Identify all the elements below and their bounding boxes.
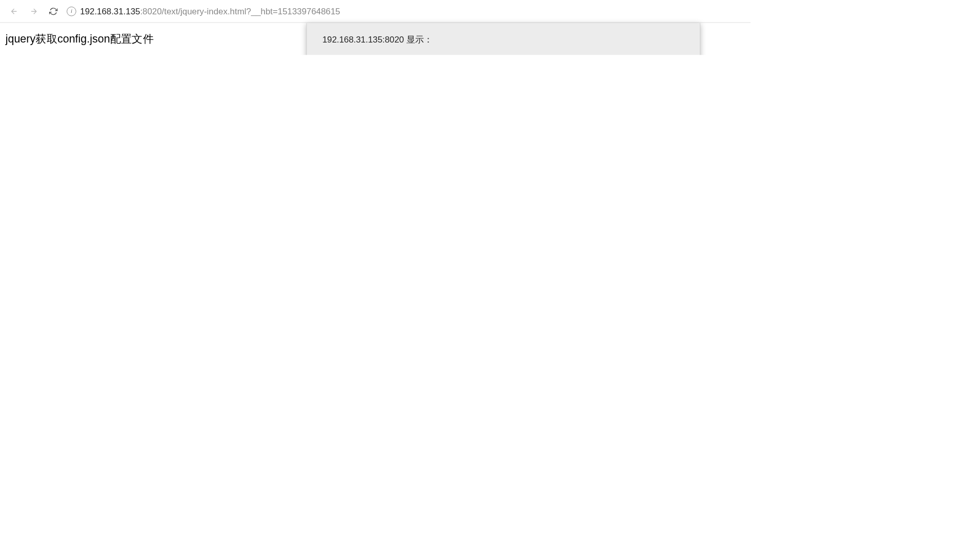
alert-title: 192.168.31.135:8020 显示： [322, 34, 684, 46]
url-host: 192.168.31.135 [80, 6, 140, 16]
site-info-icon[interactable]: i [67, 7, 76, 16]
forward-button[interactable] [28, 5, 40, 18]
back-button[interactable] [8, 5, 21, 18]
browser-toolbar: i 192.168.31.135:8020/text/jquery-index.… [0, 0, 751, 23]
address-bar[interactable]: 192.168.31.135:8020/text/jquery-index.ht… [80, 6, 743, 16]
url-path: :8020/text/jquery-index.html?__hbt=15133… [140, 6, 340, 16]
reload-button[interactable] [47, 5, 60, 18]
alert-dialog: 192.168.31.135:8020 显示： success ulr=http… [306, 23, 700, 55]
